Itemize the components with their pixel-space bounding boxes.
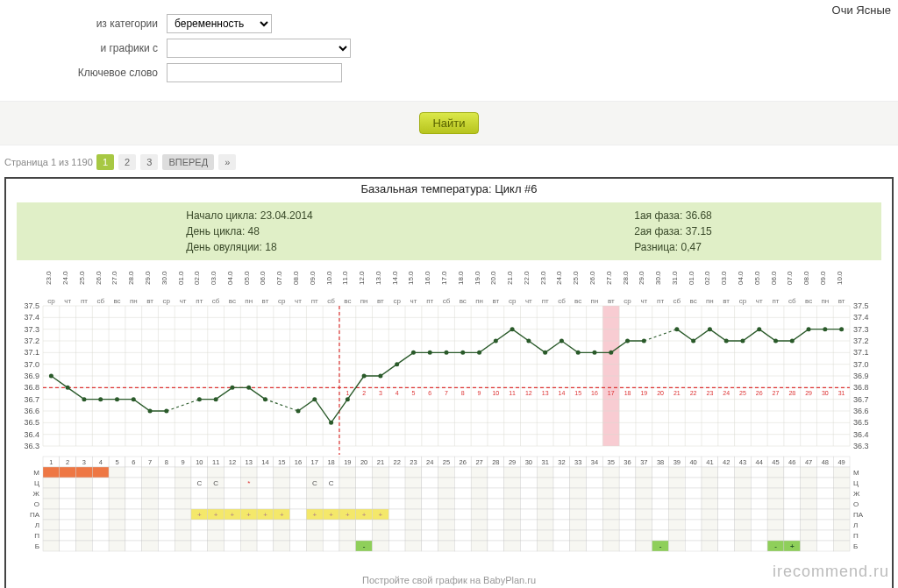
svg-text:+: + xyxy=(346,511,350,519)
svg-rect-771 xyxy=(488,541,504,551)
svg-text:29.04: 29.04 xyxy=(144,271,152,285)
svg-text:36.8: 36.8 xyxy=(853,383,869,392)
svg-text:17: 17 xyxy=(311,458,318,466)
svg-rect-534 xyxy=(142,499,159,509)
svg-rect-600 xyxy=(290,509,307,520)
page-1[interactable]: 1 xyxy=(96,154,114,170)
page-2[interactable]: 2 xyxy=(118,154,136,170)
svg-text:37.0: 37.0 xyxy=(24,360,39,369)
svg-text:31.05: 31.05 xyxy=(671,271,679,285)
svg-text:37.4: 37.4 xyxy=(24,313,39,322)
svg-rect-495 xyxy=(339,488,356,499)
svg-rect-551 xyxy=(422,499,438,509)
svg-text:+: + xyxy=(280,511,284,519)
svg-rect-485 xyxy=(175,488,191,499)
svg-point-219 xyxy=(510,327,515,331)
svg-rect-753 xyxy=(208,541,224,551)
svg-text:10: 10 xyxy=(196,458,203,466)
svg-rect-645 xyxy=(109,520,125,530)
page-next[interactable]: ВПЕРЕД xyxy=(162,154,214,170)
keyword-input[interactable] xyxy=(167,63,342,82)
svg-rect-424 xyxy=(92,478,109,488)
svg-rect-455 xyxy=(520,478,537,488)
svg-rect-660 xyxy=(356,520,373,530)
svg-text:37.4: 37.4 xyxy=(853,313,869,322)
svg-rect-581 xyxy=(76,509,93,520)
svg-rect-622 xyxy=(570,509,587,520)
svg-rect-445 xyxy=(356,478,373,488)
graphs-select[interactable] xyxy=(167,39,351,58)
svg-rect-557 xyxy=(520,499,537,509)
svg-text:26: 26 xyxy=(756,390,763,396)
svg-rect-509 xyxy=(570,488,587,499)
svg-text:-: - xyxy=(659,542,662,550)
svg-text:сб: сб xyxy=(558,297,566,305)
svg-rect-398 xyxy=(504,467,521,478)
chart-frame: Базальная температура: Цикл #6 Начало ци… xyxy=(4,177,894,588)
svg-text:4: 4 xyxy=(396,390,399,396)
svg-text:Б: Б xyxy=(853,542,858,550)
svg-text:31: 31 xyxy=(838,390,845,396)
svg-rect-650 xyxy=(191,520,208,530)
svg-text:24: 24 xyxy=(426,458,433,466)
category-label: из категории xyxy=(0,18,167,30)
svg-text:пн: пн xyxy=(245,297,253,305)
svg-text:37: 37 xyxy=(640,458,647,466)
svg-rect-673 xyxy=(570,520,587,530)
svg-rect-749 xyxy=(142,541,159,551)
svg-rect-454 xyxy=(504,478,521,488)
svg-text:37.5: 37.5 xyxy=(24,301,39,310)
svg-rect-396 xyxy=(471,467,488,478)
svg-rect-670 xyxy=(520,520,537,530)
svg-point-197 xyxy=(115,397,119,401)
svg-text:08.06: 08.06 xyxy=(802,271,810,285)
svg-rect-697 xyxy=(125,530,142,541)
page-last[interactable]: » xyxy=(218,154,236,170)
svg-text:04.05: 04.05 xyxy=(226,271,234,285)
svg-rect-572 xyxy=(767,499,784,509)
svg-rect-587 xyxy=(175,509,191,520)
svg-text:34: 34 xyxy=(591,458,598,466)
svg-text:9: 9 xyxy=(478,390,481,396)
svg-rect-665 xyxy=(438,520,455,530)
svg-rect-520 xyxy=(751,488,767,499)
summary-start: Начало цикла: 23.04.2014 xyxy=(186,208,313,223)
svg-rect-505 xyxy=(504,488,521,499)
svg-rect-444 xyxy=(339,478,356,488)
svg-rect-559 xyxy=(553,499,570,509)
svg-text:10: 10 xyxy=(492,390,499,396)
svg-rect-372 xyxy=(76,467,93,478)
svg-text:05.06: 05.06 xyxy=(753,271,761,285)
svg-rect-684 xyxy=(751,520,767,530)
category-select[interactable]: беременность xyxy=(167,14,272,33)
svg-point-223 xyxy=(576,351,581,355)
svg-rect-566 xyxy=(668,499,685,509)
svg-rect-459 xyxy=(587,478,603,488)
find-button[interactable]: Найти xyxy=(419,112,478,134)
site-watermark: irecommend.ru xyxy=(773,563,889,581)
svg-text:36.6: 36.6 xyxy=(853,407,869,415)
svg-rect-508 xyxy=(553,488,570,499)
svg-text:3: 3 xyxy=(379,390,382,396)
svg-text:5: 5 xyxy=(115,458,118,466)
svg-rect-721 xyxy=(520,530,537,541)
svg-rect-621 xyxy=(553,509,570,520)
svg-text:вс: вс xyxy=(344,297,351,305)
svg-rect-623 xyxy=(587,509,603,520)
svg-rect-704 xyxy=(240,530,257,541)
svg-rect-502 xyxy=(454,488,471,499)
svg-text:1: 1 xyxy=(49,458,53,466)
svg-text:35: 35 xyxy=(608,458,615,466)
svg-rect-538 xyxy=(208,499,224,509)
svg-point-227 xyxy=(642,339,646,344)
svg-text:20.05: 20.05 xyxy=(489,271,497,285)
svg-rect-571 xyxy=(751,499,767,509)
svg-rect-730 xyxy=(668,530,685,541)
page-3[interactable]: 3 xyxy=(140,154,158,170)
svg-rect-456 xyxy=(537,478,553,488)
svg-rect-682 xyxy=(718,520,735,530)
svg-text:вс: вс xyxy=(460,297,467,305)
svg-text:7: 7 xyxy=(148,458,152,466)
svg-rect-536 xyxy=(175,499,191,509)
svg-rect-402 xyxy=(570,467,587,478)
